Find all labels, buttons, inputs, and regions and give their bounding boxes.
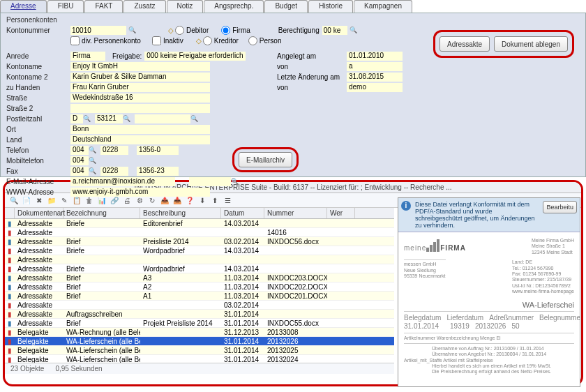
person-radio[interactable]: [248, 36, 257, 45]
tab-notiz[interactable]: Notiz: [167, 0, 204, 13]
div-check[interactable]: [70, 36, 80, 45]
berecht-label: Berechtigung: [278, 27, 320, 34]
firma-radio[interactable]: [221, 26, 230, 35]
konto-label: Kontonummer: [6, 27, 70, 34]
table-row[interactable]: ▮BelegakteWA-Lieferschein (alle Belege)3…: [5, 337, 394, 346]
table-row[interactable]: ▮AdressakteBriefA111.03.2014INXDOC201.DO…: [5, 292, 394, 301]
table-row[interactable]: ▮AdressakteBriefProjekt Preisliste 20143…: [5, 319, 394, 328]
table-row[interactable]: ▮AdressakteBriefeWordpadbrief14.03.2014: [5, 246, 394, 255]
col-beschreibung[interactable]: Beschreibung: [140, 208, 221, 218]
berecht-input[interactable]: [322, 26, 347, 35]
inaktiv-check[interactable]: [152, 36, 161, 45]
status-objects: 23 Objekte: [10, 365, 44, 372]
top-buttons: Adressakte Dokument ablegen: [433, 30, 574, 58]
col-bezeichnung[interactable]: Bezeichnung: [63, 208, 140, 218]
tab-fibu[interactable]: FIBU: [47, 0, 84, 13]
dokument-ablegen-button[interactable]: Dokument ablegen: [494, 36, 568, 52]
info-icon: i: [401, 201, 411, 211]
tab-angsprechp.[interactable]: Angsprechp.: [204, 0, 264, 13]
konto-input[interactable]: [70, 26, 126, 35]
tab-historie[interactable]: Historie: [308, 0, 353, 13]
table-row[interactable]: ▮AdressakteBriefeEditorenbrief14.03.2014: [5, 219, 394, 228]
table-row[interactable]: ▮BelegakteWA-Lieferschein (alle Belege)3…: [5, 346, 394, 355]
table-row[interactable]: ▮AdressakteBriefPreisliste 201403.02.201…: [5, 237, 394, 246]
tab-zusatz[interactable]: Zusatz: [123, 0, 165, 13]
doc-title: WA-Lieferschei: [404, 301, 574, 309]
tab-adresse[interactable]: Adresse: [0, 0, 47, 13]
grid-header: Dokumentenart Bezeichnung Beschreibung D…: [5, 208, 394, 219]
col-wer[interactable]: Wer: [327, 208, 355, 218]
bearbeiten-button[interactable]: Bearbeitu: [543, 201, 577, 213]
col-datum[interactable]: Datum: [221, 208, 264, 218]
tab-kampagnen[interactable]: Kampagnen: [354, 0, 412, 13]
tab-fakt[interactable]: FAKT: [84, 0, 123, 13]
table-row[interactable]: ▮AdressakteBriefA311.03.2014INXDOC203.DO…: [5, 273, 394, 282]
table-row[interactable]: ▮Adressakte: [5, 255, 394, 264]
table-row[interactable]: ▮BelegakteWA-Rechnung (alle Belege)31.12…: [5, 328, 394, 337]
status-bar: 23 Objekte 0,95 Sekunden: [5, 363, 394, 374]
search-icon[interactable]: 🔍: [128, 27, 136, 33]
table-row[interactable]: ▮BelegakteWA-Lieferschein (alle Belege)3…: [5, 355, 394, 363]
adressakte-button[interactable]: Adressakte: [440, 36, 490, 52]
col-dokumentenart[interactable]: Dokumentenart: [15, 208, 63, 218]
status-time: 0,95 Sekunden: [55, 365, 102, 372]
section-title: Personenkonten: [6, 16, 580, 24]
search-icon[interactable]: 🔍: [350, 27, 357, 33]
pdf-banner-text: Diese Datei verlangt Konformität mit dem…: [415, 201, 539, 229]
table-row[interactable]: ▮Adressakte03.02.2014: [5, 301, 394, 310]
table-row[interactable]: ▮AdressakteBriefA211.03.2014INXDOC202.DO…: [5, 282, 394, 292]
tab-budget[interactable]: Budget: [264, 0, 308, 13]
table-row[interactable]: ▮AdressakteBriefeWordpadbrief14.03.2014: [5, 264, 394, 273]
tab-bar: AdresseFIBUFAKTZusatzNotizAngsprechp.Bud…: [0, 0, 586, 13]
table-row[interactable]: ▮AdressakteAuftragsschreiben31.01.2014: [5, 310, 394, 319]
col-nummer[interactable]: Nummer: [264, 208, 327, 218]
table-row[interactable]: ▮Adressakte14016: [5, 228, 394, 237]
email-archiv-button[interactable]: E-Mailarchiv: [239, 152, 292, 167]
kreditor-radio[interactable]: [203, 36, 212, 45]
debitor-radio[interactable]: [175, 26, 184, 35]
grid[interactable]: ▮AdressakteBriefeEditorenbrief14.03.2014…: [5, 219, 394, 363]
preview-pane: i Diese Datei verlangt Konformität mit d…: [398, 197, 580, 387]
